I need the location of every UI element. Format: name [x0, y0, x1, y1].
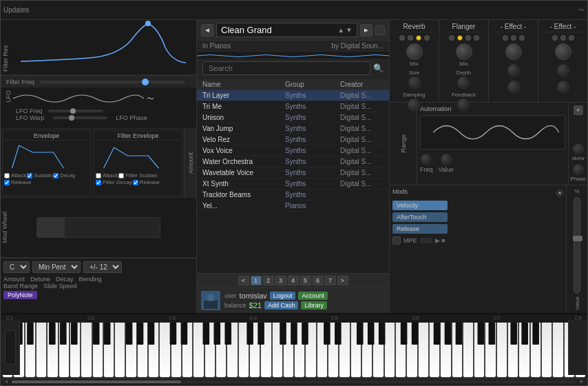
reverb-mix-knob[interactable]: [406, 43, 423, 60]
white-key[interactable]: [339, 323, 350, 378]
white-key[interactable]: [36, 323, 47, 378]
automation-add-btn[interactable]: +: [574, 105, 583, 115]
white-key[interactable]: [260, 323, 271, 378]
reverb-size-knob[interactable]: [408, 77, 421, 89]
search-button[interactable]: 🔍: [373, 63, 384, 73]
white-key[interactable]: [59, 323, 70, 378]
white-key[interactable]: [92, 323, 103, 378]
white-key[interactable]: [429, 323, 440, 378]
value-vert-thumb[interactable]: [573, 236, 582, 241]
page-btn[interactable]: 5: [300, 276, 311, 285]
white-key[interactable]: [137, 323, 148, 378]
page-btn[interactable]: 3: [275, 276, 286, 285]
effect3-toggle-3[interactable]: [519, 35, 525, 41]
effect3-toggle-1[interactable]: [503, 35, 508, 41]
preset-row[interactable]: Tri LayerSynthsDigital S...: [197, 90, 389, 101]
white-key[interactable]: [249, 323, 260, 378]
white-key[interactable]: [103, 323, 114, 378]
white-key[interactable]: [159, 323, 170, 378]
add-cash-btn[interactable]: Add Cash: [264, 301, 299, 309]
white-key[interactable]: [350, 323, 361, 378]
preset-row[interactable]: Velo RezSynthsDigital S...: [197, 134, 389, 145]
white-key[interactable]: [541, 323, 552, 378]
filter-release-check[interactable]: Release: [133, 179, 160, 185]
logout-btn[interactable]: Logout: [270, 292, 296, 300]
page-btn[interactable]: 7: [325, 276, 336, 285]
page-btn[interactable]: 1: [251, 276, 262, 285]
white-key[interactable]: [283, 323, 294, 378]
key-select[interactable]: C: [3, 261, 30, 273]
white-key[interactable]: [81, 323, 92, 378]
flanger-mix-knob[interactable]: [456, 43, 472, 60]
white-key[interactable]: [204, 323, 216, 378]
white-key[interactable]: [452, 323, 463, 378]
white-key[interactable]: [317, 323, 328, 378]
effect4-toggle-1[interactable]: [552, 35, 558, 41]
preset-prev-btn[interactable]: ◄: [201, 24, 213, 37]
white-key[interactable]: [440, 323, 451, 378]
white-key[interactable]: [372, 323, 384, 378]
preset-row[interactable]: Wavetable VoiceSynthsDigital S...: [197, 167, 389, 179]
release-check[interactable]: Release: [4, 179, 31, 185]
filter-decay-check[interactable]: Filter Decay: [96, 179, 132, 185]
sustain-check[interactable]: Sustain: [27, 172, 52, 179]
white-key[interactable]: [384, 323, 395, 378]
scroll-thumb[interactable]: [12, 380, 181, 383]
flanger-toggle-3[interactable]: [465, 35, 471, 41]
flanger-toggle-1[interactable]: [449, 35, 454, 41]
flanger-toggle-2[interactable]: [457, 35, 463, 41]
white-key[interactable]: [485, 323, 496, 378]
effect3-knob3[interactable]: [507, 81, 520, 93]
reverb-toggle-4[interactable]: [424, 35, 430, 41]
filter-freq-slider[interactable]: [40, 81, 185, 83]
release-mod-btn[interactable]: Release: [392, 224, 448, 234]
page-btn[interactable]: 4: [288, 276, 299, 285]
lfo-freq-thumb[interactable]: [70, 108, 76, 114]
attack-check[interactable]: Attack: [4, 172, 26, 179]
account-btn[interactable]: Account: [298, 292, 328, 300]
search-input[interactable]: [202, 61, 370, 75]
white-key[interactable]: [305, 323, 316, 378]
flanger-toggle-4[interactable]: [474, 35, 479, 41]
white-key[interactable]: [47, 323, 58, 378]
white-key[interactable]: [463, 323, 474, 378]
white-key[interactable]: [474, 323, 485, 378]
white-key[interactable]: [507, 323, 518, 378]
lfo-warp-slider[interactable]: [52, 116, 107, 119]
effect4-knob3[interactable]: [557, 81, 569, 93]
page-btn[interactable]: 2: [263, 276, 274, 285]
effect4-toggle-3[interactable]: [569, 35, 574, 41]
reverb-toggle-3[interactable]: [416, 35, 421, 41]
white-key[interactable]: [328, 323, 339, 378]
amount-slider[interactable]: Amount: [184, 129, 196, 197]
mod-wheel-slider[interactable]: [36, 217, 160, 238]
filter-freq-thumb[interactable]: [142, 79, 149, 85]
mod-wheel-thumb[interactable]: [37, 218, 65, 237]
transpose-select[interactable]: +/- 12: [83, 261, 122, 273]
skew-knob[interactable]: [573, 143, 584, 154]
preset-row[interactable]: Yel...Pianos: [197, 201, 389, 212]
white-key[interactable]: [193, 323, 204, 378]
white-key[interactable]: [125, 323, 136, 378]
filter-sustain-check[interactable]: Filter Sustain: [118, 172, 158, 179]
phase-knob[interactable]: [573, 164, 584, 175]
white-key[interactable]: [227, 323, 238, 378]
poly-note-btn[interactable]: PolyNote: [3, 291, 37, 299]
scroll-left-arrow[interactable]: ◄: [3, 378, 9, 385]
library-btn[interactable]: Library: [301, 301, 327, 309]
effect4-toggle-2[interactable]: [560, 35, 566, 41]
velocity-btn[interactable]: Velocity: [392, 201, 448, 210]
white-key[interactable]: [171, 323, 182, 378]
white-key[interactable]: [238, 323, 249, 378]
white-key[interactable]: [25, 323, 36, 378]
preset-next-btn[interactable]: ►: [360, 24, 372, 37]
white-key[interactable]: [530, 323, 541, 378]
white-key[interactable]: [294, 323, 305, 378]
page-btn[interactable]: 6: [313, 276, 324, 285]
white-key[interactable]: [496, 323, 507, 378]
mpe-toggle[interactable]: [420, 238, 432, 243]
white-key[interactable]: [114, 323, 125, 378]
freq-knob[interactable]: [421, 154, 432, 165]
filter-attack-check[interactable]: Attack: [96, 172, 118, 179]
preset-row[interactable]: Tracktor BeamsSynths: [197, 190, 389, 201]
